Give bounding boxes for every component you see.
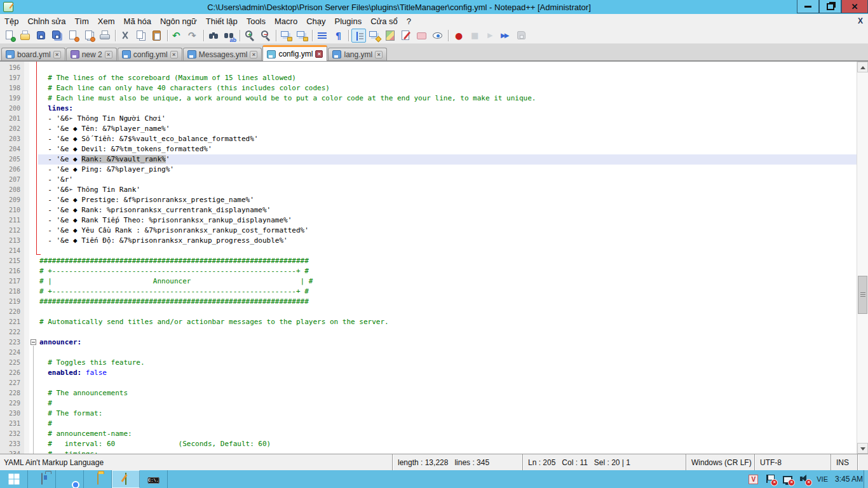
code-line-204[interactable]: - '&e ◆ Devil: &7%tm_tokens_formatted%' xyxy=(38,144,857,154)
new-file-icon[interactable] xyxy=(3,29,17,43)
code-line-227[interactable] xyxy=(38,378,857,388)
action-center-flag-icon[interactable]: × xyxy=(765,474,775,484)
code-line-198[interactable]: # Each line can only have 40 characters … xyxy=(38,83,857,93)
save-all-icon[interactable] xyxy=(50,29,65,43)
code-line-223[interactable]: announcer: xyxy=(38,337,857,348)
tab-config-yml-5[interactable]: config.yml× xyxy=(262,45,327,61)
code-line-230[interactable]: # The format: xyxy=(38,409,857,419)
code-line-228[interactable]: # The announcements xyxy=(38,388,857,398)
undo-icon[interactable] xyxy=(170,29,185,43)
vertical-scrollbar[interactable] xyxy=(857,62,868,454)
network-disconnected-icon[interactable]: × xyxy=(782,474,792,484)
menu-item-1[interactable]: Tệp xyxy=(0,15,23,27)
tab-close-icon[interactable]: × xyxy=(375,51,383,58)
redo-icon[interactable] xyxy=(186,29,201,43)
menu-item-3[interactable]: Tìm xyxy=(70,15,93,27)
show-all-characters-icon[interactable] xyxy=(331,29,346,43)
code-line-224[interactable] xyxy=(38,348,857,358)
code-line-231[interactable]: # xyxy=(38,419,857,429)
function-list-icon[interactable] xyxy=(367,29,382,43)
code-line-219[interactable]: ########################################… xyxy=(38,297,857,307)
menu-item-4[interactable]: Xem xyxy=(93,15,119,27)
zoom-out-icon[interactable] xyxy=(259,29,273,43)
close-file-icon[interactable] xyxy=(66,29,81,43)
folder-as-workspace-icon[interactable] xyxy=(415,29,430,43)
code-line-205[interactable]: - '&e ◆ Rank: &7%vault_rank%' xyxy=(38,154,857,165)
clock[interactable]: 3:45 AM xyxy=(835,475,863,484)
code-line-207[interactable]: - '&r' xyxy=(38,175,857,185)
code-line-220[interactable] xyxy=(38,307,857,317)
code-line-210[interactable]: - '&e ◆ Rank: %prisonranksx_currentrank_… xyxy=(38,205,857,215)
vmware-icon[interactable]: V xyxy=(748,474,758,484)
close-document-x[interactable]: X xyxy=(858,17,863,25)
tab-close-icon[interactable]: × xyxy=(105,51,112,58)
save-file-icon[interactable] xyxy=(34,29,49,43)
tab-close-icon[interactable]: × xyxy=(170,51,178,58)
bookmark-margin[interactable] xyxy=(24,62,29,454)
tab-board-yml-1[interactable]: board.yml× xyxy=(1,48,65,60)
macro-run-multiple-icon[interactable] xyxy=(499,29,513,43)
scrollbar-thumb[interactable] xyxy=(858,276,867,314)
code-line-206[interactable]: - '&e ◆ Ping: &7%player_ping%' xyxy=(38,165,857,175)
open-file-icon[interactable] xyxy=(18,29,33,43)
scroll-up-arrow[interactable] xyxy=(857,62,868,72)
menu-item-11[interactable]: Plugins xyxy=(330,15,367,27)
zoom-in-icon[interactable] xyxy=(243,29,257,43)
code-line-202[interactable]: - '&e ◆ Tên: &7%player_name%' xyxy=(38,124,857,134)
tab-close-icon[interactable]: × xyxy=(315,50,323,58)
code-line-216[interactable]: # +-------------------------------------… xyxy=(38,266,857,276)
close-button[interactable]: ✕ xyxy=(841,0,868,13)
find-icon[interactable] xyxy=(207,29,221,43)
code-line-233[interactable]: # interval: 60 (Seconds, Default: 60) xyxy=(38,439,857,449)
taskbar-item-start[interactable] xyxy=(0,470,28,488)
minimize-button[interactable] xyxy=(797,0,819,13)
document-list-icon[interactable] xyxy=(399,29,414,43)
tab-close-icon[interactable]: × xyxy=(250,51,257,58)
code-line-208[interactable]: - '&6➢ Thông Tin Rank' xyxy=(38,185,857,195)
code-line-199[interactable]: # Each line must also be unique, a work … xyxy=(38,93,857,104)
restore-button[interactable] xyxy=(819,0,841,13)
taskbar-item-chrome[interactable] xyxy=(56,470,84,488)
close-all-icon[interactable] xyxy=(82,29,97,43)
code-line-217[interactable]: # | Announcer | # xyxy=(38,276,857,287)
tab-config-yml-3[interactable]: config.yml× xyxy=(118,48,182,60)
paste-icon[interactable] xyxy=(150,29,165,43)
taskbar-item-notepad-plus-plus[interactable] xyxy=(112,470,140,488)
print-icon[interactable] xyxy=(98,29,112,43)
macro-record-icon[interactable] xyxy=(451,29,466,43)
find-replace-icon[interactable] xyxy=(222,29,237,43)
code-line-225[interactable]: # Toggles this feature. xyxy=(38,358,857,368)
code-line-214[interactable] xyxy=(38,246,857,256)
code-line-203[interactable]: - '&e ◆ Số Tiền: &7$%vault_eco_balance_f… xyxy=(38,134,857,144)
word-wrap-icon[interactable] xyxy=(315,29,330,43)
code-line-200[interactable]: lines: xyxy=(38,104,857,114)
status-typing-mode[interactable]: INS xyxy=(831,454,857,470)
menu-item-12[interactable]: Cửa sổ xyxy=(366,15,402,27)
menu-item-5[interactable]: Mã hóa xyxy=(119,15,156,27)
code-line-232[interactable]: # announcement-name: xyxy=(38,429,857,439)
menu-item-8[interactable]: Tools xyxy=(242,15,270,27)
scroll-down-arrow[interactable] xyxy=(857,443,868,454)
editor-area[interactable]: 1961971981992002012022032042052062072082… xyxy=(0,61,868,454)
code-line-197[interactable]: # The lines of the scoreboard (Maximum o… xyxy=(38,73,857,83)
taskbar-item-server-manager[interactable] xyxy=(28,470,56,488)
menu-item-7[interactable]: Thiết lập xyxy=(201,15,242,27)
code-line-201[interactable]: - '&6➢ Thông Tin Người Chơi' xyxy=(38,114,857,124)
fold-collapse-box[interactable] xyxy=(31,339,36,345)
keyboard-language-indicator[interactable]: VIE xyxy=(817,475,828,483)
tab-new-2-2[interactable]: new 2× xyxy=(66,48,117,60)
tab-close-icon[interactable]: × xyxy=(53,51,61,58)
code-line-226[interactable]: enabled: false xyxy=(38,368,857,378)
cut-icon[interactable] xyxy=(118,29,133,43)
code-line-215[interactable]: ########################################… xyxy=(38,256,857,266)
code-line-211[interactable]: - '&e ◆ Rank Tiếp Theo: %prisonranksx_ra… xyxy=(38,215,857,226)
copy-icon[interactable] xyxy=(134,29,149,43)
code-line-218[interactable]: # +-------------------------------------… xyxy=(38,287,857,297)
code-line-196[interactable] xyxy=(38,63,857,73)
code-line-229[interactable]: # xyxy=(38,398,857,409)
code-line-212[interactable]: - '&e ◆ Yêu Cầu Rank : &7%prisonranksx_r… xyxy=(38,226,857,236)
menu-item-2[interactable]: Chỉnh sửa xyxy=(23,15,70,27)
volume-muted-icon[interactable]: × xyxy=(799,474,810,484)
tab-messages-yml-4[interactable]: Messages.yml× xyxy=(183,48,262,60)
show-indent-guide-icon[interactable] xyxy=(351,29,366,43)
